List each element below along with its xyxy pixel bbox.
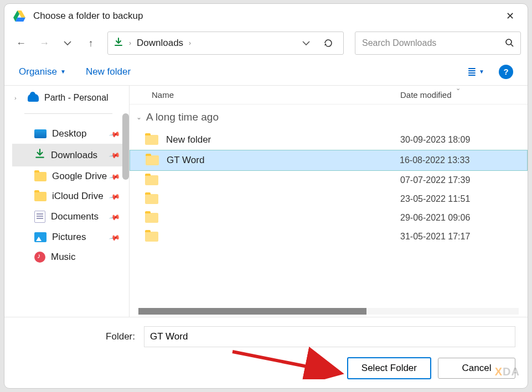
- nav-row: ← → ↑ › Downloads ›: [4, 28, 528, 58]
- svg-point-4: [506, 39, 512, 45]
- breadcrumb-dropdown-icon[interactable]: [302, 38, 310, 48]
- nav-back-button[interactable]: ←: [11, 33, 31, 53]
- breadcrumb[interactable]: › Downloads ›: [107, 32, 344, 55]
- folder-icon: [146, 155, 159, 165]
- sidebar-item-music[interactable]: Music: [12, 247, 125, 267]
- breadcrumb-location: Downloads: [137, 38, 183, 49]
- pin-icon: 📌: [109, 128, 121, 139]
- title-bar: Choose a folder to backup ✕: [4, 4, 528, 28]
- content-area: › Parth - Personal Desktop📌 Downloads📌 G…: [4, 86, 528, 317]
- organise-menu[interactable]: Organise▼: [19, 66, 66, 77]
- folder-date: 23-05-2022 11:51: [400, 194, 528, 204]
- music-icon: [34, 252, 45, 263]
- refresh-button[interactable]: [319, 34, 338, 53]
- dialog-title: Choose a folder to backup: [33, 11, 502, 22]
- downloads-icon: [113, 37, 123, 49]
- pin-icon: 📌: [109, 149, 121, 161]
- downloads-icon: [34, 148, 45, 162]
- column-date[interactable]: ⌄Date modified: [400, 90, 528, 100]
- folder-row[interactable]: 31-05-2021 17:17: [130, 227, 528, 246]
- folder-date: 16-08-2022 13:33: [400, 155, 527, 165]
- pin-icon: 📌: [109, 190, 121, 202]
- toolbar: Organise▼ New folder ≣ ▼ ?: [4, 58, 528, 86]
- folder-icon: [145, 175, 158, 185]
- view-options-button[interactable]: ≣ ▼: [467, 65, 484, 79]
- help-button[interactable]: ?: [499, 65, 513, 79]
- annotation-arrow: [227, 346, 349, 379]
- folder-date: 29-06-2021 09:06: [400, 213, 528, 223]
- search-input[interactable]: [362, 38, 505, 48]
- folder-icon: [145, 213, 158, 223]
- chevron-right-icon: ›: [129, 39, 131, 47]
- google-drive-icon: [13, 11, 25, 22]
- pictures-icon: [34, 232, 47, 242]
- sort-indicator-icon: ⌄: [456, 86, 461, 92]
- pin-icon: 📌: [109, 170, 121, 182]
- folder-date: 30-09-2023 18:09: [400, 135, 528, 145]
- svg-line-7: [233, 352, 338, 373]
- chevron-down-icon: ⌄: [136, 113, 142, 121]
- svg-marker-3: [324, 43, 327, 45]
- horizontal-scrollbar[interactable]: [138, 308, 519, 315]
- folder-name: GT Word: [167, 155, 400, 166]
- group-header[interactable]: ⌄ A long time ago: [130, 104, 528, 130]
- nav-up-button[interactable]: ↑: [81, 33, 101, 53]
- folder-label: Folder:: [17, 331, 138, 342]
- folder-row[interactable]: 23-05-2022 11:51: [130, 190, 528, 208]
- divider: [24, 113, 112, 114]
- column-headers: Name ⌄Date modified: [130, 86, 528, 104]
- desktop-icon: [34, 129, 47, 138]
- footer: Folder: Select Folder Cancel: [4, 317, 528, 388]
- folder-icon: [145, 232, 158, 242]
- sidebar-item-desktop[interactable]: Desktop📌: [12, 124, 125, 144]
- folder-row[interactable]: 29-06-2021 09:06: [130, 208, 528, 227]
- nav-recent-dropdown[interactable]: [58, 33, 78, 53]
- sidebar-scrollbar[interactable]: [122, 113, 129, 180]
- folder-name-input[interactable]: [144, 326, 515, 347]
- new-folder-button[interactable]: New folder: [86, 66, 131, 77]
- folder-date: 07-07-2022 17:39: [400, 175, 528, 185]
- folder-name: New folder: [166, 134, 400, 145]
- sidebar-item-pictures[interactable]: Pictures📌: [12, 227, 125, 247]
- onedrive-icon: [28, 94, 39, 102]
- chevron-right-icon[interactable]: ›: [14, 95, 22, 101]
- sidebar-item-onedrive[interactable]: › Parth - Personal: [12, 90, 125, 106]
- folder-date: 31-05-2021 17:17: [400, 232, 528, 242]
- nav-forward-button[interactable]: →: [34, 33, 54, 53]
- folder-row[interactable]: New folder 30-09-2023 18:09: [130, 130, 528, 150]
- file-list-panel: Name ⌄Date modified ⌄ A long time ago Ne…: [129, 86, 528, 317]
- search-icon[interactable]: [505, 38, 514, 49]
- chevron-right-icon: ›: [189, 39, 191, 47]
- folder-icon: [145, 135, 158, 145]
- sidebar: › Parth - Personal Desktop📌 Downloads📌 G…: [4, 86, 129, 317]
- folder-icon: [34, 192, 47, 201]
- close-button[interactable]: ✕: [502, 8, 519, 24]
- sidebar-item-google-drive[interactable]: Google Drive📌: [12, 166, 125, 186]
- select-folder-button[interactable]: Select Folder: [347, 357, 431, 379]
- cancel-button[interactable]: Cancel: [438, 358, 515, 379]
- folder-row[interactable]: 07-07-2022 17:39: [130, 171, 528, 190]
- column-name[interactable]: Name: [130, 90, 400, 100]
- sidebar-item-icloud-drive[interactable]: iCloud Drive📌: [12, 186, 125, 206]
- pin-icon: 📌: [109, 211, 121, 222]
- sidebar-item-downloads[interactable]: Downloads📌: [12, 144, 125, 166]
- folder-icon: [34, 172, 47, 181]
- svg-line-5: [511, 44, 513, 46]
- sidebar-item-documents[interactable]: Documents📌: [12, 206, 125, 227]
- folder-picker-dialog: Choose a folder to backup ✕ ← → ↑ › Down…: [4, 3, 528, 389]
- folder-row[interactable]: GT Word 16-08-2022 13:33: [130, 150, 528, 171]
- documents-icon: [34, 211, 45, 223]
- pin-icon: 📌: [109, 231, 121, 243]
- search-box[interactable]: [355, 32, 521, 55]
- folder-icon: [145, 194, 158, 204]
